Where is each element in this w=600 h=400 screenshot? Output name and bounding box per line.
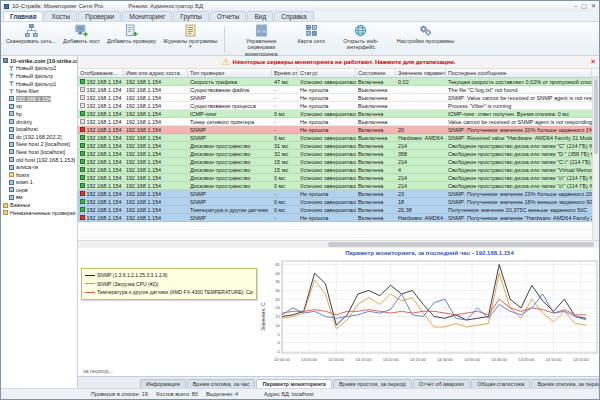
- tree-item-2[interactable]: Новый фильтр: [1, 72, 77, 80]
- network-map-icon: [305, 24, 318, 37]
- cell-host: 192.168.1.154: [124, 206, 188, 213]
- table-row[interactable]: 192.168.1.154192.168.1.154Дисковое прост…: [78, 174, 592, 182]
- tree-item-15[interactable]: hosts: [1, 171, 77, 179]
- table-vertical-scrollbar[interactable]: [592, 78, 599, 240]
- warning-close-icon[interactable]: ✕: [590, 58, 596, 65]
- table-row[interactable]: 192.168.1.154192.168.1.154SNMP0 мсУспешн…: [78, 134, 592, 142]
- tree-item-20[interactable]: Неназначенные проверки: [1, 209, 77, 217]
- maximize-icon[interactable]: ▢: [581, 3, 587, 9]
- bottom-tab-4[interactable]: Отчёт об авариях: [413, 379, 470, 388]
- cell-check-type: Существование процесса: [188, 102, 272, 109]
- table-row[interactable]: 192.168.1.154192.168.1.154Температура и …: [78, 206, 592, 214]
- tree-item-14[interactable]: алиса-пк: [1, 163, 77, 171]
- column-header-6[interactable]: Значение парамет...: [396, 69, 446, 77]
- tree-item-13[interactable]: old host [192.168.1.153]: [1, 156, 77, 164]
- chevron-down-icon[interactable]: ▾: [189, 44, 192, 50]
- column-header-7[interactable]: Последнее сообщение: [446, 69, 592, 77]
- cell-state: Включена: [356, 126, 396, 133]
- table-horizontal-scrollbar[interactable]: [78, 240, 599, 248]
- bottom-tab-2[interactable]: Параметр мониторинга: [256, 379, 332, 388]
- tree-item-4[interactable]: New filter: [1, 87, 77, 95]
- table-row[interactable]: 192.168.1.154192.168.1.154Дисковое прост…: [78, 182, 592, 190]
- tree-item-3[interactable]: Новый фильтр1: [1, 80, 77, 88]
- ribbon-tab-3[interactable]: Мониторинг: [122, 11, 172, 21]
- toolbar-web-interface-button[interactable]: Открыть web-интерфейс: [329, 23, 393, 55]
- ribbon-tab-7[interactable]: Справка: [274, 11, 314, 21]
- bottom-tab-1[interactable]: Время отклика, за час: [187, 379, 256, 388]
- tree-item-1[interactable]: Новый фильтр2: [1, 65, 77, 73]
- column-header-3[interactable]: Время отк...: [272, 69, 298, 77]
- minimize-icon[interactable]: –: [574, 3, 577, 9]
- table-row[interactable]: 192.168.1.154192.168.1.154Дисковое прост…: [78, 166, 592, 174]
- cell-state: Выключена: [356, 118, 396, 125]
- cell-response-time: 0 мс: [272, 198, 298, 205]
- column-header-2[interactable]: Тип проверки: [188, 69, 272, 77]
- tree-item-11[interactable]: New host 2 [localhost]: [1, 141, 77, 149]
- tree-item-18[interactable]: вм: [1, 194, 77, 202]
- tree-item-label: New host 2 [localhost]: [16, 141, 70, 147]
- table-row[interactable]: 192.168.1.154192.168.1.154ICMP-пинг0 мсУ…: [78, 110, 592, 118]
- toolbar-settings-button[interactable]: Настройки программы: [394, 23, 457, 55]
- table-row[interactable]: 192.168.1.154192.168.1.154SNMP-Не прошла…: [78, 94, 592, 102]
- table-row[interactable]: 192.168.1.154192.168.1.154Дисковое прост…: [78, 150, 592, 158]
- tree-item-19[interactable]: Важные: [1, 201, 77, 209]
- toolbar-add-check-button[interactable]: Добавить проверку: [104, 23, 159, 55]
- column-header-0[interactable]: Отображаем...: [78, 69, 124, 77]
- tree-item-7[interactable]: hp: [1, 110, 77, 118]
- column-header-4[interactable]: Статус: [298, 69, 356, 77]
- tree-item-8[interactable]: dmitriy: [1, 118, 77, 126]
- tree-item-16[interactable]: комп 1: [1, 179, 77, 187]
- bottom-tab-3[interactable]: Время простоя, за период: [333, 379, 412, 388]
- table-row[interactable]: 192.168.1.154192.168.1.154Дисковое прост…: [78, 158, 592, 166]
- table-row[interactable]: 192.168.1.154192.168.1.154SNMP-Не прошла…: [78, 126, 592, 134]
- cell-display-name: 192.168.1.154: [78, 198, 124, 205]
- bottom-tab-5[interactable]: Общая статистика: [471, 379, 530, 388]
- svg-text:10: 10: [275, 323, 280, 328]
- table-row[interactable]: 192.168.1.154192.168.1.154Дисковое прост…: [78, 142, 592, 150]
- cell-check-type: Температура и другие датчики: [188, 206, 272, 213]
- ribbon-tab-1[interactable]: Хосты: [44, 11, 77, 21]
- bottom-tab-6[interactable]: Время отклика, за период: [531, 379, 600, 388]
- tree-item-10[interactable]: dc [192.168.202.2]: [1, 133, 77, 141]
- ribbon-tab-0[interactable]: Главная: [3, 11, 43, 21]
- tree-item-6[interactable]: xp: [1, 103, 77, 111]
- filter-icon: [9, 89, 14, 94]
- column-header-5[interactable]: Состояние: [356, 69, 396, 77]
- tree-item-5[interactable]: 192.168.1.154: [1, 95, 77, 103]
- app-window: 10-Страйк: Мониторинг Сети Pro Режим: Ад…: [0, 0, 600, 400]
- host-icon: [9, 104, 14, 109]
- column-header-1[interactable]: Имя или адрес хоста: [124, 69, 188, 77]
- cell-state: Включена: [356, 142, 396, 149]
- tree-item-12[interactable]: New host [localhost]: [1, 148, 77, 156]
- monitoring-warning-bar[interactable]: ⚠ Некоторые серверы мониторинга не работ…: [78, 56, 599, 69]
- table-row[interactable]: 192.168.1.154192.168.1.154Тонер сетевого…: [78, 118, 592, 126]
- toolbar-network-map-button[interactable]: Карта сети: [294, 23, 327, 55]
- cell-display-name: 192.168.1.154: [78, 94, 124, 101]
- toolbar-add-host-button[interactable]: Добавить хост: [60, 23, 103, 55]
- toolbar-scan-network-button[interactable]: Сканировать сеть...: [3, 23, 59, 55]
- table-row[interactable]: 192.168.1.154192.168.1.154Существование …: [78, 102, 592, 110]
- close-icon[interactable]: ✕: [591, 3, 596, 9]
- ribbon-tab-6[interactable]: Вид: [247, 11, 273, 21]
- period-link[interactable]: за период...: [83, 368, 113, 374]
- toolbar-manage-servers-button[interactable]: Управление серверами мониторинга: [229, 23, 293, 55]
- cell-last-message: SNMP: Полученное значение 23% больше зад…: [446, 190, 599, 197]
- table-row[interactable]: 192.168.1.154192.168.1.154Существование …: [78, 86, 592, 94]
- ribbon-tab-5[interactable]: Отчеты: [210, 11, 246, 21]
- cell-state: Включена: [356, 158, 396, 165]
- tree-item-0[interactable]: 10-strike.com [10-strike.com]: [1, 57, 77, 65]
- check-status-icon: [80, 175, 85, 180]
- cell-status: Не прошла: [298, 214, 356, 221]
- chart-legend: SNMP (1.3.6.1.2.1.25.3.3.1.2.8)SNMP (Заг…: [81, 268, 257, 300]
- tree-item-9[interactable]: localhost: [1, 125, 77, 133]
- table-row[interactable]: 192.168.1.154192.168.1.154SNMP-Не прошла…: [78, 214, 592, 222]
- table-row[interactable]: 192.168.1.154192.168.1.154SNMP0 мсУспешн…: [78, 198, 592, 206]
- ribbon-tab-2[interactable]: Проверки: [78, 11, 121, 21]
- toolbar-program-logs-button[interactable]: Журналы программы▾: [160, 23, 220, 55]
- ribbon-tab-4[interactable]: Группы: [173, 11, 209, 21]
- bottom-tab-0[interactable]: Информация: [140, 379, 186, 388]
- cell-status: Не прошла: [298, 102, 356, 109]
- tree-item-17[interactable]: серв: [1, 186, 77, 194]
- table-row[interactable]: 192.168.1.154192.168.1.154Скорость трафи…: [78, 78, 592, 86]
- table-row[interactable]: 192.168.1.154192.168.1.154SNMP-Не прошла…: [78, 190, 592, 198]
